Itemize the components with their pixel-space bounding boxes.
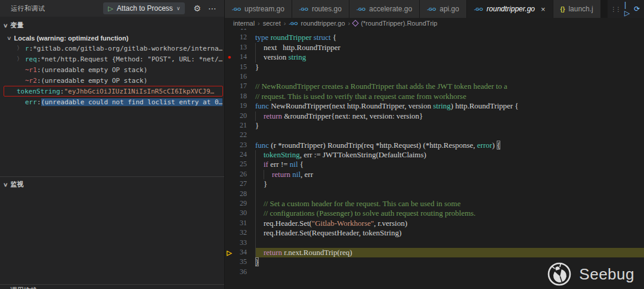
- gutter[interactable]: [225, 92, 234, 101]
- tab-routes-go[interactable]: -GOroutes.go: [292, 0, 349, 18]
- variable-row-r[interactable]: 〉r: *gitlab.com/gitlab-org/gitlab-workho…: [0, 43, 224, 54]
- code-line-11[interactable]: 11: [225, 29, 644, 33]
- debug-current-line-arrow-icon[interactable]: ▷: [225, 248, 234, 257]
- gutter[interactable]: [225, 111, 234, 121]
- code-text: // NewRoundTripper creates a RoundTrippe…: [247, 82, 507, 91]
- chevron-right-icon[interactable]: 〉: [17, 44, 25, 52]
- breadcrumb-item[interactable]: roundtripper.go: [301, 20, 345, 27]
- editor-group: -GOupstream.go-GOroutes.go-GOaccelerate.…: [225, 0, 644, 289]
- token: }: [255, 121, 259, 130]
- gutter[interactable]: [225, 121, 234, 130]
- code-editor[interactable]: 1112type roundTripper struct {13next htt…: [225, 29, 644, 289]
- gutter[interactable]: [225, 257, 234, 267]
- variable-row-r2[interactable]: ~r2: (unreadable empty OP stack): [0, 75, 224, 86]
- code-text: [247, 29, 255, 33]
- code-line-19[interactable]: 19func NewRoundTripper(next http.RoundTr…: [225, 101, 644, 111]
- chevron-down-icon: ∨: [177, 5, 181, 11]
- gutter[interactable]: [225, 209, 234, 218]
- code-text: tokenString, err := JWTTokenString(Defau…: [247, 150, 426, 160]
- close-icon[interactable]: ×: [541, 5, 546, 14]
- code-line-12[interactable]: 12type roundTripper struct {: [225, 33, 644, 42]
- gutter[interactable]: [225, 101, 234, 111]
- code-line-29[interactable]: 29// Set a custom header for the request…: [225, 199, 644, 209]
- tab-upstream-go[interactable]: -GOupstream.go: [225, 0, 292, 18]
- code-line-32[interactable]: 32req.Header.Set(RequestHeader, tokenStr…: [225, 228, 644, 238]
- code-text: [247, 189, 264, 199]
- code-line-22[interactable]: 22: [225, 130, 644, 140]
- breadcrumb-item[interactable]: secret: [263, 20, 281, 27]
- token: // Set a custom header for the request. …: [264, 199, 460, 208]
- variable-row-tokenString[interactable]: tokenString: "eyJhbGciOiJIUzI1NiIsInR5cC…: [4, 86, 223, 97]
- gutter[interactable]: [225, 189, 234, 199]
- chevron-right-icon[interactable]: 〉: [17, 55, 25, 63]
- variable-row-req[interactable]: 〉req: *net/http.Request {Method: "POST",…: [0, 54, 224, 64]
- callstack-section-header[interactable]: ∨ 调用堆栈: [0, 285, 224, 289]
- gutter[interactable]: [225, 219, 234, 228]
- gutter[interactable]: [225, 268, 234, 277]
- code-line-24[interactable]: 24tokenString, err := JWTTokenString(Def…: [225, 150, 644, 160]
- code-line-25[interactable]: 25if err != nil {: [225, 160, 644, 169]
- gutter[interactable]: [225, 82, 234, 91]
- gutter[interactable]: [225, 43, 234, 52]
- line-number: 24: [234, 150, 247, 160]
- variable-row-r1[interactable]: ~r1: (unreadable empty OP stack): [0, 64, 224, 75]
- gutter[interactable]: [225, 29, 234, 33]
- code-line-15[interactable]: 15}: [225, 63, 644, 72]
- tab-label: launch.j: [568, 5, 593, 13]
- code-line-28[interactable]: 28: [225, 189, 644, 199]
- code-line-14[interactable]: ●14version string: [225, 52, 644, 62]
- locals-scope-row[interactable]: ∨ Locals (warning: optimized function): [0, 33, 224, 43]
- code-line-20[interactable]: 20return &roundTripper{next: next, versi…: [225, 111, 644, 121]
- tab-api-go[interactable]: -GOapi.go: [420, 0, 466, 18]
- debug-restart-icon[interactable]: ⟳: [634, 5, 640, 13]
- gutter[interactable]: [225, 141, 234, 150]
- gutter[interactable]: [225, 130, 234, 140]
- gutter[interactable]: [225, 199, 234, 209]
- gutter[interactable]: [225, 179, 234, 189]
- code-line-23[interactable]: 23func (r *roundTripper) RoundTrip(req *…: [225, 141, 644, 150]
- drag-grip-icon[interactable]: ⋮⋮: [611, 6, 620, 13]
- tab-launch-j[interactable]: {}launch.j: [553, 0, 600, 18]
- indent-guide: [255, 150, 264, 160]
- code-line-26[interactable]: 26return nil, err: [225, 170, 644, 179]
- variable-separator: :: [29, 45, 33, 52]
- method-symbol-icon: [352, 20, 359, 26]
- gutter[interactable]: [225, 228, 234, 238]
- gutter[interactable]: [225, 33, 234, 42]
- breadcrumb-item[interactable]: internal: [233, 20, 255, 27]
- code-line-34[interactable]: ▷34return r.next.RoundTrip(req): [225, 248, 644, 257]
- tab-roundtripper-go[interactable]: -GOroundtripper.go×: [467, 0, 553, 18]
- watch-section-header[interactable]: ∨ 监视: [0, 179, 224, 190]
- variable-row-err[interactable]: err: (unreadable could not find loclist …: [0, 97, 224, 107]
- line-number: 34: [234, 248, 247, 257]
- code-line-30[interactable]: 30// configurations (Passenger) to solve…: [225, 209, 644, 218]
- gutter[interactable]: [225, 150, 234, 160]
- code-line-27[interactable]: 27}: [225, 179, 644, 189]
- indent-guide: [264, 170, 272, 179]
- gutter[interactable]: [225, 170, 234, 179]
- debug-continue-icon[interactable]: |▷: [624, 1, 630, 17]
- gear-icon[interactable]: ⚙: [193, 4, 201, 13]
- breakpoint-icon[interactable]: ●: [225, 52, 234, 62]
- code-line-33[interactable]: 33: [225, 238, 644, 248]
- more-actions-icon[interactable]: ⋯: [208, 4, 217, 13]
- gutter[interactable]: [225, 160, 234, 169]
- attach-to-process-button[interactable]: ▷ Attach to Process ∨: [103, 2, 185, 14]
- tab-accelerate-go[interactable]: -GOaccelerate.go: [349, 0, 419, 18]
- gutter[interactable]: [225, 63, 234, 72]
- token: return: [264, 248, 282, 257]
- code-line-31[interactable]: 31req.Header.Set("Gitlab-Workhorse", r.v…: [225, 219, 644, 228]
- code-line-16[interactable]: 16: [225, 72, 644, 82]
- code-line-17[interactable]: 17// NewRoundTripper creates a RoundTrip…: [225, 82, 644, 91]
- code-line-21[interactable]: 21}: [225, 121, 644, 130]
- breadcrumb-item[interactable]: (*roundTripper).RoundTrip: [361, 20, 437, 27]
- token: // NewRoundTripper creates a RoundTrippe…: [255, 82, 507, 91]
- gutter[interactable]: [225, 72, 234, 82]
- gutter[interactable]: [225, 238, 234, 248]
- code-line-13[interactable]: 13next http.RoundTripper: [225, 43, 644, 52]
- code-line-18[interactable]: 18// request. This is used to verify tha…: [225, 92, 644, 101]
- variables-section-header[interactable]: ∨ 变量: [0, 20, 224, 31]
- line-number: 20: [234, 111, 247, 121]
- tab-label: routes.go: [312, 5, 342, 13]
- line-number: 12: [234, 33, 247, 42]
